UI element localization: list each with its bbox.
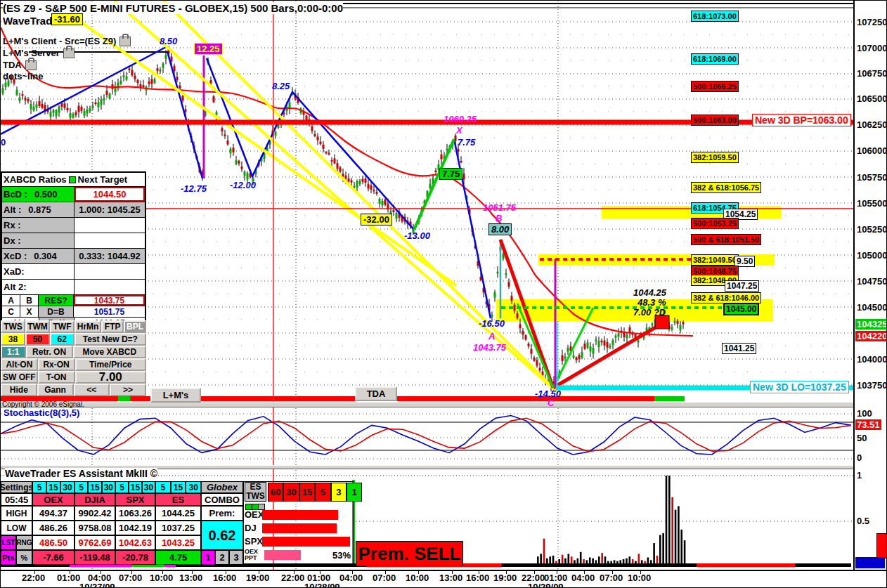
volume-histogram: [537, 476, 685, 566]
table-row: XcD :0.3040.333: 1044.92: [2, 249, 145, 264]
ratio-value: 0.500: [34, 189, 58, 200]
ctrl-button-time-price[interactable]: Time/Price: [75, 358, 147, 371]
swing-annotation: 7.00 ?D: [633, 307, 666, 318]
ctrl-button-gann[interactable]: Gann: [37, 384, 74, 396]
ctrl-button-ftp[interactable]: FTP: [101, 320, 124, 333]
es-tws-line2: TWS: [246, 492, 265, 501]
last-price-box: 104325: [855, 319, 887, 329]
ctrl-button-7-00[interactable]: 7.00: [75, 371, 147, 384]
ctrl-button-38[interactable]: 38: [1, 333, 25, 346]
mode-button-2[interactable]: 2: [215, 550, 229, 565]
xabcd-ratio-cell[interactable]: Alt 2:: [2, 280, 75, 294]
target-price-box: 382 & 618:1046.00: [691, 292, 761, 303]
swing-annotation: 1060.25: [444, 114, 477, 124]
pts-row-label[interactable]: Pts: [1, 550, 16, 565]
chart-title: (ES Z9 - S&P 500 E-MINI FUTURES - GLOBEX…: [3, 2, 343, 14]
price-axis-label: 104000: [857, 354, 887, 365]
ctrl-button-rx-on[interactable]: Rx-ON: [38, 358, 75, 371]
mode-cell[interactable]: D=B: [39, 306, 74, 317]
target-value-cell: [75, 218, 145, 233]
date-label: 10/29/09: [528, 582, 564, 588]
ctrl-button-50[interactable]: 50: [25, 333, 50, 346]
lock-icon[interactable]: [119, 37, 131, 46]
timeframe-header-cell: 30: [60, 481, 75, 493]
time-axis-label: 16:00: [213, 573, 236, 583]
pct-row-label[interactable]: %: [16, 550, 32, 565]
time-axis-label: 19:00: [493, 573, 517, 583]
mode-button-1[interactable]: 1: [201, 550, 215, 565]
xabcd-ratio-cell[interactable]: XcD :0.304: [2, 249, 75, 263]
time-axis[interactable]: 22:0001:0004:0007:0010:0013:0016:0019:00…: [1, 570, 887, 588]
breadth-label-dj: DJ: [245, 523, 257, 533]
target-price-box: 1045.00: [723, 303, 759, 315]
timeframe-header-cell: 30: [142, 481, 155, 493]
date-label: 10/27/09: [79, 582, 115, 588]
swing-annotation: 1044.25: [633, 287, 666, 298]
ctrl-button-sw-off[interactable]: SW OFF: [1, 371, 38, 384]
rng-row-label[interactable]: RNG: [16, 535, 32, 550]
xabcd-ratio-cell[interactable]: BcD :0.500: [2, 187, 75, 202]
lst-row-label[interactable]: LST: [1, 535, 16, 550]
tab-lms[interactable]: L+M's: [150, 388, 201, 403]
ctrl-button-retr-on[interactable]: Retr. ON: [26, 346, 73, 358]
date-label: 10/28/09: [304, 582, 340, 588]
lock-icon[interactable]: [25, 60, 37, 70]
point-button[interactable]: A: [2, 295, 20, 306]
lock-icon[interactable]: [63, 48, 75, 58]
server-label: L+M's Server: [3, 48, 60, 58]
hist-axis-label: 0.5: [857, 516, 869, 526]
ctrl-button--[interactable]: >>: [110, 384, 146, 396]
xabcd-ratio-cell[interactable]: Alt :0.875: [2, 202, 75, 217]
price-axis-label: 107250: [857, 17, 887, 27]
ctrl-button-hide[interactable]: Hide: [1, 384, 37, 396]
tf-signal-cell: 60: [268, 483, 283, 502]
tf-signal-cell: 1: [347, 483, 362, 502]
time-tick: [34, 571, 35, 574]
ctrl-button-1-1[interactable]: 1:1: [1, 346, 26, 358]
prem-value: 0.62: [201, 521, 243, 550]
ctrl-button-62[interactable]: 62: [50, 333, 75, 346]
xabcd-header-right: Next Target: [78, 174, 128, 185]
time-tick: [452, 571, 453, 574]
ctrl-button-hrmn[interactable]: HrMn: [75, 320, 101, 333]
ctrl-button-twf[interactable]: TWF: [50, 320, 75, 333]
xabcd-ratio-cell[interactable]: Dx :: [2, 233, 75, 248]
timeframe-header-cell: 30: [102, 481, 115, 493]
ratio-label: XaD:: [4, 266, 25, 277]
ctrl-button-t-on[interactable]: T-ON: [38, 371, 75, 384]
es-tws-button[interactable]: ESTWS: [245, 482, 266, 502]
point-button[interactable]: X: [20, 306, 39, 317]
time-axis-label: 04:00: [571, 573, 595, 583]
mode-button-3[interactable]: 3: [229, 550, 243, 565]
target-price-box: 618:1069.00: [691, 53, 739, 65]
ctrl-button--[interactable]: <<: [74, 384, 110, 396]
mode-cell[interactable]: RES?: [39, 295, 74, 306]
xabcd-ratio-cell[interactable]: XaD:: [2, 264, 75, 279]
time-axis-label: 22:00: [22, 573, 45, 583]
time-tick: [162, 571, 163, 574]
ctrl-button-alt-on[interactable]: Alt-ON: [1, 358, 38, 371]
stoch-last-value-box: 73.51: [855, 419, 881, 430]
ratio-label: Rx :: [4, 220, 21, 230]
price-axis[interactable]: 1072501070001067501065001062501060001057…: [853, 1, 887, 570]
target-price-box: 1041.25: [722, 343, 756, 354]
time-tick: [192, 571, 193, 574]
ctrl-button-twm[interactable]: TWM: [25, 320, 50, 333]
tab-tda[interactable]: TDA: [355, 386, 397, 401]
price-axis-label: 105500: [857, 198, 887, 209]
time-tick: [226, 571, 226, 574]
panel-separator[interactable]: [1, 402, 887, 407]
ppt-line2: PPT: [245, 555, 258, 561]
point-button[interactable]: C: [2, 306, 20, 317]
ctrl-button-test-new-d-[interactable]: Test New D=?: [75, 333, 146, 346]
ctrl-button-bpl[interactable]: BPL: [124, 320, 146, 333]
points-change-cell: -20.78: [115, 550, 155, 565]
high-value-cell: 9902.42: [75, 506, 115, 521]
xabcd-ratio-cell[interactable]: Rx :: [2, 218, 75, 233]
time-axis-label: 10:00: [406, 573, 429, 583]
symbol-header-spx: SPX: [115, 493, 155, 506]
ctrl-button-move-xabcd[interactable]: Move XABCD: [73, 346, 146, 358]
table-row: BcD :0.5001044.50: [2, 187, 145, 202]
ctrl-button-tws[interactable]: TWS: [1, 320, 25, 333]
point-button[interactable]: B: [20, 295, 39, 306]
